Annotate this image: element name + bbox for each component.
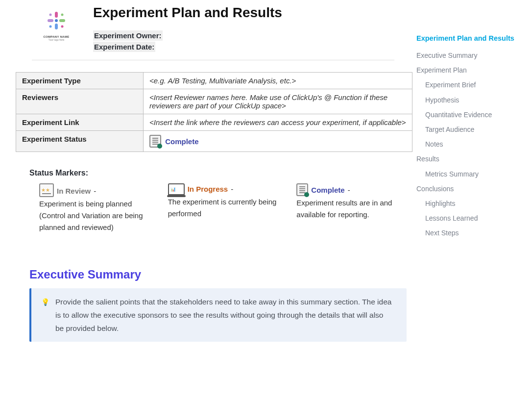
status-description: Experiment is being planned (Control and… — [39, 198, 154, 233]
detail-label: Experiment Type — [16, 73, 144, 89]
status-name: In Review — [57, 185, 91, 197]
table-row: Experiment Link<Insert the link where th… — [16, 114, 412, 131]
status-description: Experiment results are in and available … — [296, 197, 411, 221]
status-marker: 📊 In Progress - The experiment is curren… — [168, 183, 283, 233]
status-dash: - — [231, 183, 233, 195]
toc-item[interactable]: Highlights — [416, 196, 525, 211]
svg-point-6 — [61, 14, 64, 16]
svg-point-5 — [49, 14, 52, 16]
status-marker: Complete - Experiment results are in and… — [296, 183, 411, 233]
toc-item[interactable]: Hypothesis — [416, 93, 525, 107]
status-dash: - — [94, 185, 96, 197]
experiment-status-value[interactable]: Complete — [144, 131, 412, 152]
review-icon — [39, 183, 54, 197]
document-complete-icon — [149, 135, 161, 148]
toc-item[interactable]: Metrics Summary — [416, 167, 525, 181]
status-marker: In Review - Experiment is being planned … — [39, 183, 154, 233]
experiment-date-label: Experiment Date: — [93, 42, 155, 52]
detail-value[interactable]: <e.g. A/B Testing, Multivariate Analysis… — [144, 73, 412, 89]
toc-item[interactable]: Experiment Plan — [416, 63, 525, 77]
executive-summary-body: Provide the salient points that the stak… — [55, 295, 393, 335]
svg-rect-2 — [55, 24, 58, 29]
toc-item[interactable]: Experiment Brief — [416, 77, 525, 92]
detail-label: Reviewers — [16, 89, 144, 114]
status-description: The experiment is currently being perfor… — [168, 196, 283, 220]
experiment-owner-label: Experiment Owner: — [93, 30, 163, 41]
company-logo-icon — [45, 9, 68, 32]
toc-item[interactable]: Notes — [416, 137, 525, 151]
svg-rect-4 — [59, 19, 65, 22]
svg-point-8 — [61, 25, 64, 28]
company-tagline: Your logo here — [34, 38, 78, 41]
toc-item[interactable]: Results — [416, 151, 525, 166]
svg-rect-1 — [55, 12, 58, 18]
table-row: Reviewers<Insert Reviewer names here. Ma… — [16, 89, 412, 114]
toc-item[interactable]: Executive Summary — [416, 48, 525, 63]
toc-item[interactable]: Target Audience — [416, 122, 525, 137]
lightbulb-icon: 💡 — [41, 296, 49, 335]
detail-label: Experiment Status — [16, 131, 144, 152]
toc-item[interactable]: Lessons Learned — [416, 211, 525, 226]
toc-item[interactable]: Conclusions — [416, 181, 525, 196]
detail-value[interactable]: <Insert Reviewer names here. Make use of… — [144, 89, 412, 114]
table-of-contents: Experiment Plan and Results Executive Su… — [411, 0, 529, 240]
svg-rect-3 — [48, 19, 53, 22]
executive-summary-heading: Executive Summary — [29, 268, 411, 281]
header-divider — [32, 60, 394, 60]
toc-item[interactable]: Quantitative Evidence — [416, 107, 525, 122]
page-title: Experiment Plan and Results — [93, 5, 282, 21]
experiment-details-table: Experiment Type<e.g. A/B Testing, Multiv… — [16, 72, 412, 152]
executive-summary-callout: 💡 Provide the salient points that the st… — [29, 288, 407, 342]
in-progress-icon: 📊 — [168, 183, 185, 195]
status-name: In Progress — [188, 183, 228, 195]
detail-value[interactable]: <Insert the link where the reviewers can… — [144, 114, 412, 131]
detail-label: Experiment Link — [16, 114, 144, 131]
status-markers-heading: Status Markers: — [29, 169, 411, 177]
toc-title[interactable]: Experiment Plan and Results — [416, 34, 525, 42]
status-dash: - — [348, 184, 350, 196]
table-row: Experiment Status Complete — [16, 131, 412, 152]
document-complete-icon — [296, 183, 308, 196]
svg-point-0 — [55, 19, 58, 22]
status-name: Complete — [311, 184, 344, 196]
svg-point-7 — [49, 25, 52, 28]
table-row: Experiment Type<e.g. A/B Testing, Multiv… — [16, 73, 412, 89]
company-logo-block: COMPANY NAME Your logo here — [34, 5, 78, 41]
toc-item[interactable]: Next Steps — [416, 226, 525, 240]
